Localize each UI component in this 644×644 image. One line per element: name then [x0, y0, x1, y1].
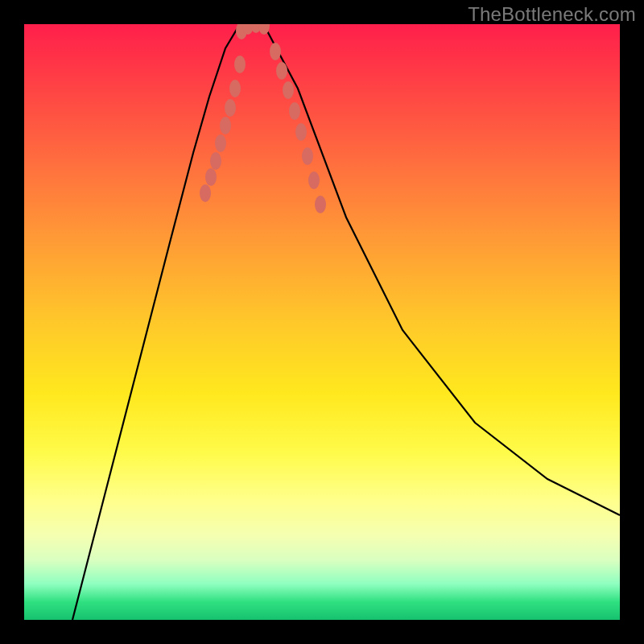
curve-markers — [200, 24, 326, 213]
curve-marker — [200, 184, 211, 202]
curve-marker — [205, 168, 217, 186]
curve-marker — [283, 81, 294, 99]
plot-area — [24, 24, 620, 620]
curve-marker — [276, 62, 287, 80]
curve-marker — [289, 102, 300, 120]
curve-marker — [215, 134, 226, 152]
curve-marker — [210, 152, 221, 170]
curve-marker — [225, 99, 236, 117]
curve-marker — [315, 196, 326, 213]
watermark-text: TheBottleneck.com — [468, 3, 636, 26]
curve-marker — [308, 171, 320, 189]
curve-marker — [270, 43, 281, 60]
curve-marker — [302, 147, 313, 165]
curve-line — [72, 24, 620, 620]
chart-frame: TheBottleneck.com — [0, 0, 644, 644]
curve-marker — [234, 56, 246, 73]
bottleneck-curve — [24, 24, 620, 620]
curve-marker — [295, 123, 307, 141]
curve-marker — [220, 117, 231, 134]
curve-marker — [229, 80, 241, 97]
